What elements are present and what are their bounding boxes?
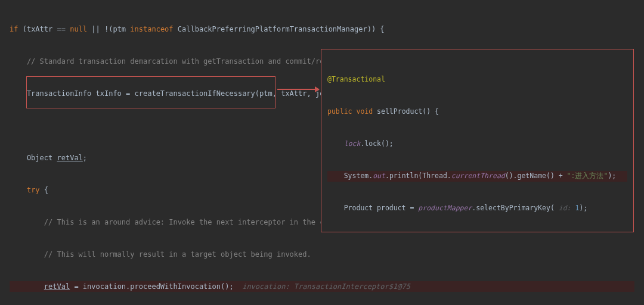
code-line[interactable]: lock.lock();	[327, 139, 627, 150]
code-line[interactable]: @Transactional	[327, 74, 627, 85]
code-line-caret[interactable]: System.out.println(Thread.currentThread(…	[327, 171, 627, 182]
keyword-if: if	[10, 25, 18, 33]
code-line[interactable]: Product product = productMapper.selectBy…	[327, 203, 627, 214]
inline-hint: invocation: TransactionInterceptor$1@75	[234, 282, 410, 291]
code-panel-right[interactable]: @Transactional public void sellProduct()…	[321, 49, 634, 232]
code-line[interactable]: // This will normally result in a target…	[10, 249, 634, 260]
code-line[interactable]: if (txAttr == null || !(ptm instanceof C…	[10, 24, 634, 35]
code-line[interactable]: public void sellProduct() {	[327, 107, 627, 117]
code-line-caret[interactable]: retVal = invocation.proceedWithInvocatio…	[10, 281, 634, 292]
